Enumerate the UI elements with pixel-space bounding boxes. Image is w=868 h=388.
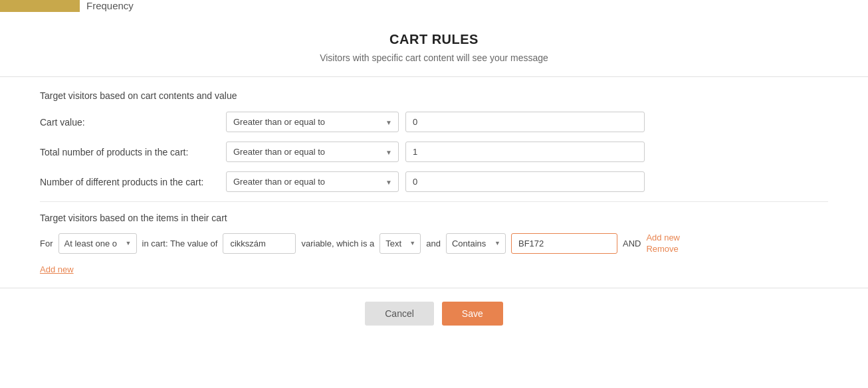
add-new-inline-link[interactable]: Add new bbox=[646, 233, 680, 242]
cart-value-input[interactable] bbox=[405, 112, 645, 132]
cart-value-label: Cart value: bbox=[40, 117, 219, 128]
variable-input[interactable] bbox=[223, 233, 296, 254]
page-wrapper: Frequency CART RULES Visitors with speci… bbox=[0, 0, 868, 388]
inline-actions: Add new Remove bbox=[646, 233, 680, 254]
total-products-row: Total number of products in the cart: Gr… bbox=[40, 142, 828, 162]
diff-products-label: Number of different products in the cart… bbox=[40, 177, 219, 187]
cart-value-operator-wrapper: Greater than or equal to bbox=[226, 112, 399, 132]
total-products-operator-wrapper: Greater than or equal to bbox=[226, 142, 399, 162]
for-label: For bbox=[40, 239, 53, 248]
add-new-standalone-link[interactable]: Add new bbox=[40, 264, 74, 274]
diff-products-operator-select[interactable]: Greater than or equal to bbox=[226, 171, 399, 192]
total-products-input[interactable] bbox=[405, 142, 645, 162]
top-frequency-label: Frequency bbox=[86, 0, 134, 12]
variable-label: variable, which is a bbox=[301, 239, 374, 248]
total-products-operator-select[interactable]: Greater than or equal to bbox=[226, 142, 399, 162]
diff-products-operator-wrapper: Greater than or equal to bbox=[226, 171, 399, 192]
condition-select-wrapper: Contains bbox=[446, 233, 506, 254]
type-select-wrapper: Text bbox=[380, 233, 421, 254]
top-divider bbox=[0, 76, 868, 77]
quantity-select-wrapper: At least one o bbox=[58, 233, 137, 254]
modal-title: CART RULES bbox=[40, 32, 828, 47]
modal-container: CART RULES Visitors with specific cart c… bbox=[0, 12, 868, 345]
remove-link[interactable]: Remove bbox=[646, 244, 678, 254]
in-cart-label: in cart: The value of bbox=[142, 239, 218, 248]
cancel-button[interactable]: Cancel bbox=[365, 302, 434, 326]
value-input[interactable] bbox=[511, 233, 617, 254]
footer-divider bbox=[0, 288, 868, 288]
quantity-select[interactable]: At least one o bbox=[58, 233, 137, 254]
cart-section-title: Target visitors based on cart contents a… bbox=[40, 90, 828, 101]
cart-value-operator-select[interactable]: Greater than or equal to bbox=[226, 112, 399, 132]
and-label: and bbox=[426, 239, 441, 248]
cart-value-row: Cart value: Greater than or equal to bbox=[40, 112, 828, 132]
modal-subtitle: Visitors with specific cart content will… bbox=[40, 52, 828, 63]
diff-products-input[interactable] bbox=[405, 171, 645, 192]
total-products-label: Total number of products in the cart: bbox=[40, 147, 219, 157]
type-select[interactable]: Text bbox=[380, 233, 421, 254]
add-new-standalone-wrapper: Add new bbox=[40, 260, 828, 274]
and-connector-label: AND bbox=[623, 239, 641, 248]
condition-select[interactable]: Contains bbox=[446, 233, 506, 254]
section-divider bbox=[40, 201, 828, 202]
diff-products-row: Number of different products in the cart… bbox=[40, 171, 828, 192]
save-button[interactable]: Save bbox=[442, 302, 503, 326]
items-section-title: Target visitors based on the items in th… bbox=[40, 213, 828, 223]
footer-buttons: Cancel Save bbox=[40, 302, 828, 326]
top-bar bbox=[0, 0, 80, 12]
rule-row: For At least one o in cart: The value of… bbox=[40, 233, 828, 254]
